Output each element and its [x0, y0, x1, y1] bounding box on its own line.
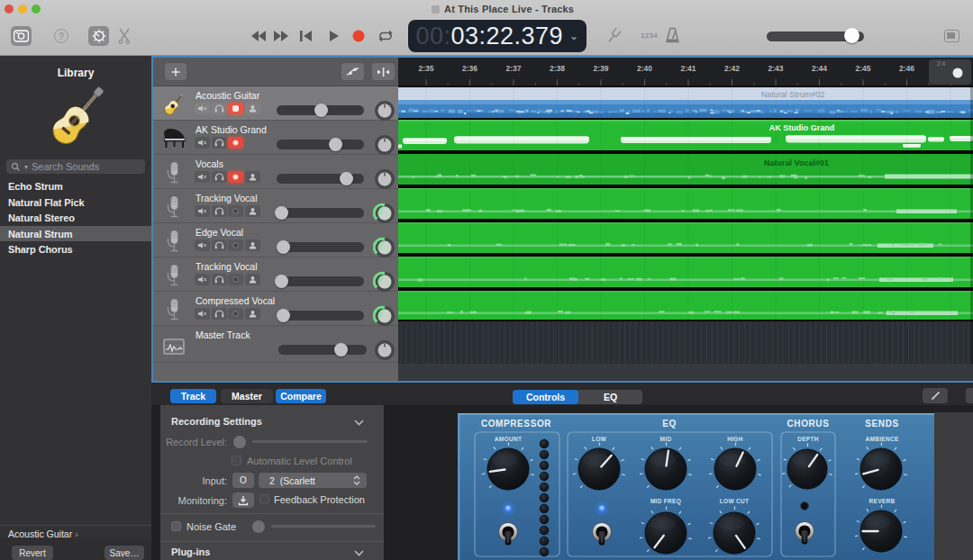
svg-text:2:45: 2:45	[855, 64, 870, 73]
svg-text:MID FREQ: MID FREQ	[650, 498, 681, 505]
svg-text:2:36: 2:36	[462, 64, 477, 73]
svg-text:2:43: 2:43	[768, 64, 783, 73]
svg-text:2:38: 2:38	[550, 64, 565, 73]
svg-text:SENDS: SENDS	[865, 419, 898, 429]
svg-text:2:37: 2:37	[505, 64, 521, 73]
svg-text:AMOUNT: AMOUNT	[495, 436, 522, 442]
svg-text:REVERB: REVERB	[869, 498, 896, 504]
svg-text:HIGH: HIGH	[727, 436, 742, 442]
svg-text:COMPRESSOR: COMPRESSOR	[481, 419, 551, 429]
svg-text:LOW: LOW	[592, 436, 607, 442]
svg-text:DEPTH: DEPTH	[797, 436, 819, 442]
svg-text:2:35: 2:35	[418, 64, 433, 73]
svg-text:LOW CUT: LOW CUT	[720, 498, 749, 504]
svg-text:CHORUS: CHORUS	[787, 419, 830, 429]
svg-text:2:44: 2:44	[812, 64, 827, 73]
svg-text:MID: MID	[660, 436, 672, 442]
svg-text:2:4: 2:4	[937, 60, 945, 67]
svg-text:2:46: 2:46	[899, 64, 914, 73]
svg-text:2:39: 2:39	[593, 64, 608, 73]
svg-text:Natural Strum#02: Natural Strum#02	[761, 90, 825, 99]
svg-text:2:40: 2:40	[637, 64, 652, 73]
svg-text:AK Studio Grand: AK Studio Grand	[769, 123, 835, 132]
svg-text:AMBIENCE: AMBIENCE	[865, 436, 898, 442]
svg-text:EQ: EQ	[662, 419, 677, 429]
svg-text:2:41: 2:41	[680, 64, 696, 73]
svg-text:2:42: 2:42	[724, 64, 740, 73]
